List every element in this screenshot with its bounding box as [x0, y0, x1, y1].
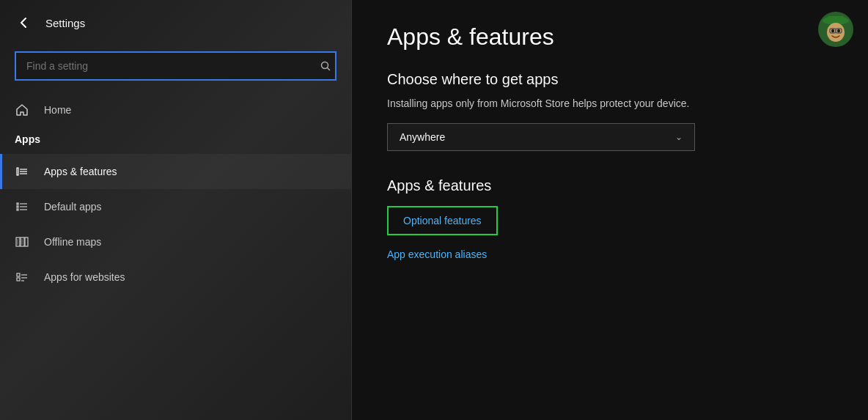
svg-rect-1 [17, 168, 18, 175]
svg-rect-7 [17, 209, 18, 210]
avatar-container [818, 12, 853, 47]
svg-point-22 [837, 29, 840, 33]
page-title: Apps & features [387, 23, 833, 51]
apps-section-title: Apps & features [387, 177, 833, 194]
apps-features-icon [15, 164, 29, 179]
svg-rect-19 [828, 16, 843, 22]
sidebar: Settings Home Apps [0, 0, 352, 420]
avatar [818, 12, 853, 47]
optional-features-link[interactable]: Optional features [387, 206, 498, 235]
svg-rect-5 [17, 203, 18, 205]
chevron-down-icon: ⌄ [675, 132, 683, 142]
offline-maps-label: Offline maps [44, 236, 101, 248]
search-input[interactable] [15, 51, 336, 81]
default-apps-icon [15, 199, 29, 214]
choose-section-title: Choose where to get apps [387, 71, 833, 88]
sidebar-item-offline-maps[interactable]: Offline maps [0, 224, 351, 259]
sidebar-header: Settings [0, 0, 351, 45]
dropdown-container: Anywhere ⌄ [387, 123, 833, 151]
search-container [0, 45, 351, 92]
apps-websites-label: Apps for websites [44, 271, 125, 283]
default-apps-label: Default apps [44, 201, 102, 213]
home-label: Home [44, 104, 71, 116]
sidebar-item-apps-features[interactable]: Apps & features [0, 154, 351, 189]
apps-source-dropdown[interactable]: Anywhere ⌄ [387, 123, 695, 151]
settings-title: Settings [45, 17, 85, 29]
search-wrapper [15, 51, 336, 81]
main-content: Apps & features Choose where to get apps… [352, 0, 868, 420]
apps-websites-icon [15, 270, 29, 284]
home-icon [15, 103, 29, 117]
svg-rect-11 [16, 237, 20, 246]
search-icon[interactable] [320, 61, 331, 71]
choose-section-description: Installing apps only from Microsoft Stor… [387, 97, 833, 111]
app-execution-link[interactable]: App execution aliases [387, 248, 833, 260]
svg-rect-6 [17, 206, 18, 207]
back-button[interactable] [15, 13, 34, 32]
section-label: Apps [0, 128, 351, 154]
dropdown-value: Anywhere [400, 131, 445, 143]
offline-maps-icon [15, 235, 29, 249]
svg-rect-13 [25, 237, 28, 246]
sidebar-nav: Apps & features Default apps [0, 154, 351, 295]
svg-rect-14 [17, 273, 20, 276]
sidebar-item-apps-websites[interactable]: Apps for websites [0, 259, 351, 295]
sidebar-item-home[interactable]: Home [0, 92, 351, 128]
apps-features-label: Apps & features [44, 166, 117, 177]
sidebar-item-default-apps[interactable]: Default apps [0, 189, 351, 224]
svg-rect-12 [21, 237, 24, 246]
svg-point-21 [831, 29, 834, 33]
svg-rect-15 [17, 278, 20, 281]
